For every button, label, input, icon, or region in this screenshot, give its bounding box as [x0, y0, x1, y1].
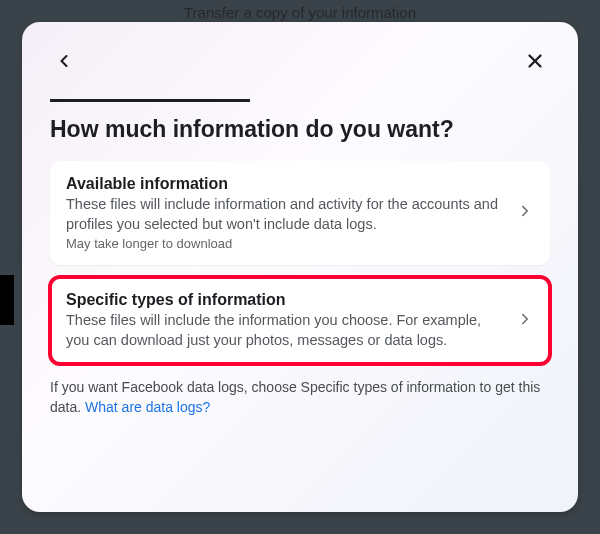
option-title: Available information [66, 175, 504, 193]
back-button[interactable] [50, 47, 78, 78]
option-description: These files will include information and… [66, 195, 504, 234]
close-button[interactable] [520, 46, 550, 79]
footer-text: If you want Facebook data logs, choose S… [50, 378, 550, 417]
option-description: These files will include the information… [66, 311, 504, 350]
option-content: Available information These files will i… [66, 175, 516, 251]
chevron-right-icon [516, 202, 534, 224]
backdrop-title: Transfer a copy of your information [8, 2, 592, 23]
chevron-right-icon [516, 310, 534, 332]
option-content: Specific types of information These file… [66, 291, 516, 350]
progress-indicator [50, 99, 550, 102]
modal-dialog: How much information do you want? Availa… [22, 22, 578, 512]
modal-header [50, 46, 550, 79]
option-available-information[interactable]: Available information These files will i… [50, 161, 550, 265]
chevron-left-icon [54, 51, 74, 74]
progress-bar [50, 99, 250, 102]
option-title: Specific types of information [66, 291, 504, 309]
page-title: How much information do you want? [50, 116, 550, 143]
option-note: May take longer to download [66, 236, 504, 251]
backdrop-strip [0, 275, 14, 325]
close-icon [524, 50, 546, 75]
option-specific-types[interactable]: Specific types of information These file… [50, 277, 550, 364]
data-logs-link[interactable]: What are data logs? [85, 399, 210, 415]
